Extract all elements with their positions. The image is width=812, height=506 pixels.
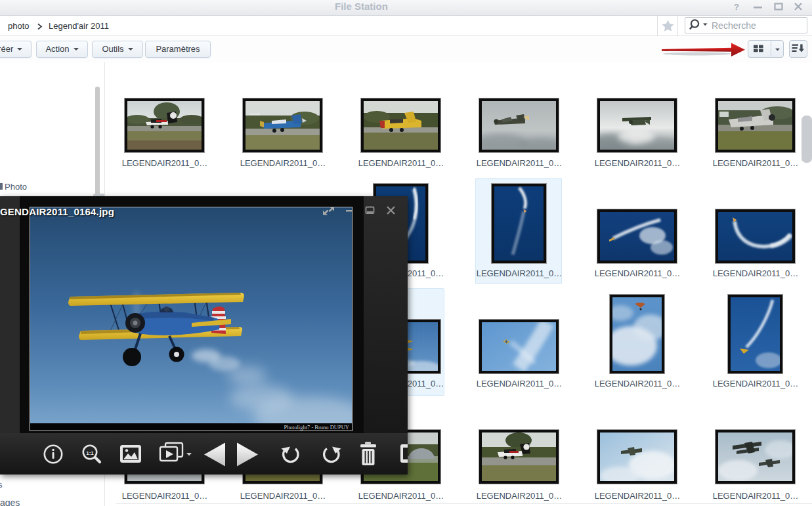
svg-text:?: ? — [734, 2, 739, 12]
svg-text:Photolight7 - Bruno DUPUY: Photolight7 - Bruno DUPUY — [284, 424, 349, 431]
svg-text:1:1: 1:1 — [86, 450, 94, 456]
